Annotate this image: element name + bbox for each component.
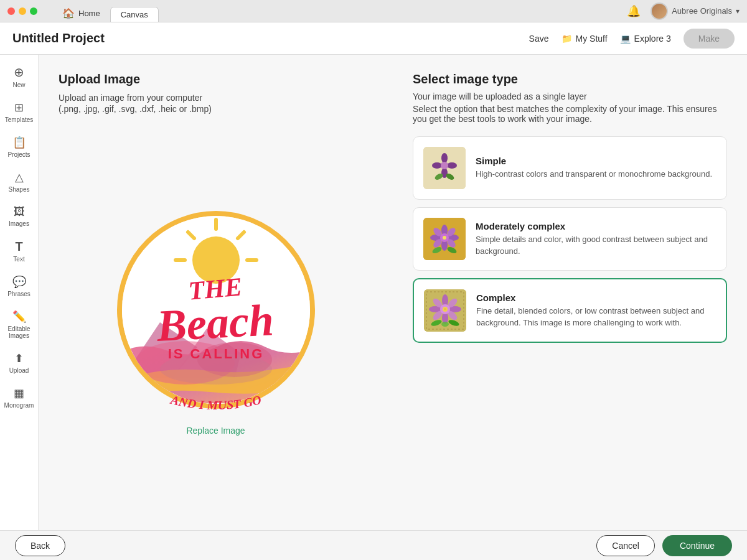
sidebar-item-new[interactable]: ⊕ New — [2, 60, 37, 93]
sidebar-item-text-label: Text — [13, 256, 24, 263]
tab-bar: 🏠 Home Canvas — [52, 0, 159, 22]
sidebar-item-shapes[interactable]: △ Shapes — [2, 166, 37, 198]
app-header: Untitled Project Save 📁 My Stuff 💻 Explo… — [0, 22, 747, 55]
make-button[interactable]: Make — [684, 29, 735, 49]
chevron-down-icon: ▾ — [736, 7, 740, 16]
home-icon: 🏠 — [62, 7, 75, 19]
app-body: ⊕ New ⊞ Templates 📋 Projects △ Shapes 🖼 … — [0, 55, 747, 530]
sidebar: ⊕ New ⊞ Templates 📋 Projects △ Shapes 🖼 … — [0, 55, 39, 530]
cancel-button[interactable]: Cancel — [596, 535, 655, 556]
my-stuff-button[interactable]: 📁 My Stuff — [561, 34, 608, 44]
select-title: Select image type — [413, 72, 727, 86]
upload-formats: (.png, .jpg, .gif, .svg, .dxf, .heic or … — [59, 104, 373, 114]
user-area[interactable]: Aubree Originals ▾ — [651, 2, 740, 20]
save-button[interactable]: Save — [529, 34, 549, 44]
svg-text:Beach: Beach — [154, 295, 275, 351]
nav-right: 🔔 Aubree Originals ▾ — [627, 2, 740, 20]
explore-button[interactable]: 💻 Explore 3 — [620, 34, 671, 44]
upload-title: Upload Image — [59, 72, 373, 86]
svg-text:IS CALLING: IS CALLING — [167, 346, 264, 362]
monogram-icon: ▦ — [14, 386, 24, 400]
maximize-button[interactable] — [30, 7, 37, 15]
upload-section: Upload Image Upload an image from your c… — [39, 55, 393, 530]
type-desc-simple: High-contrast colors and transparent or … — [476, 169, 716, 180]
replace-image-link[interactable]: Replace Image — [186, 426, 245, 436]
upload-subtitle: Upload an image from your computer — [59, 93, 373, 103]
sidebar-item-monogram-label: Monogram — [4, 402, 34, 409]
notification-icon[interactable]: 🔔 — [627, 4, 641, 18]
sidebar-item-new-label: New — [12, 82, 25, 88]
my-stuff-icon: 📁 — [561, 34, 572, 44]
type-desc-moderate: Simple details and color, with good cont… — [476, 234, 716, 256]
sidebar-item-images[interactable]: 🖼 Images — [2, 200, 37, 232]
beach-image: THE Beach IS CALLING AND I MUST GO — [110, 204, 322, 416]
sidebar-item-upload-label: Upload — [9, 367, 29, 374]
svg-point-21 — [447, 162, 457, 169]
sidebar-item-text[interactable]: T Text — [2, 235, 37, 268]
sidebar-item-images-label: Images — [9, 220, 29, 227]
user-name: Aubree Originals — [672, 6, 732, 16]
tab-home-label: Home — [78, 9, 100, 18]
sidebar-item-phrases[interactable]: 💬 Phrases — [2, 270, 37, 302]
type-info-complex: Complex Fine detail, blended colors, or … — [476, 292, 716, 328]
minimize-button[interactable] — [19, 7, 26, 15]
sidebar-item-shapes-label: Shapes — [9, 186, 30, 193]
svg-point-35 — [443, 236, 446, 240]
templates-icon: ⊞ — [14, 101, 24, 114]
svg-point-18 — [441, 153, 448, 163]
page-title: Untitled Project — [12, 31, 105, 45]
continue-button[interactable]: Continue — [662, 535, 732, 556]
header-right: Save 📁 My Stuff 💻 Explore 3 Make — [529, 29, 735, 49]
type-name-moderate: Moderately complex — [476, 221, 716, 231]
sidebar-item-templates-label: Templates — [5, 116, 34, 123]
select-subtitle: Your image will be uploaded as a single … — [413, 91, 727, 101]
tab-canvas-label: Canvas — [121, 10, 148, 19]
sidebar-item-upload[interactable]: ⬆ Upload — [2, 347, 37, 379]
shapes-icon: △ — [15, 170, 24, 184]
type-info-simple: Simple High-contrast colors and transpar… — [476, 156, 716, 180]
sidebar-item-projects[interactable]: 📋 Projects — [2, 131, 37, 163]
sidebar-item-editable-images[interactable]: ✏️ EditableImages — [2, 305, 37, 344]
phrases-icon: 💬 — [12, 275, 26, 289]
svg-point-50 — [444, 308, 446, 310]
title-bar: 🏠 Home Canvas 🔔 Aubree Originals ▾ — [0, 0, 747, 22]
avatar — [651, 2, 668, 20]
tab-home[interactable]: 🏠 Home — [52, 5, 110, 22]
type-thumb-complex — [424, 289, 466, 332]
type-thumb-moderate — [423, 218, 466, 260]
explore-icon: 💻 — [620, 34, 631, 44]
sidebar-item-phrases-label: Phrases — [7, 291, 31, 297]
select-description: Select the option that best matches the … — [413, 104, 727, 124]
type-thumb-simple — [423, 147, 466, 189]
type-card-complex[interactable]: Complex Fine detail, blended colors, or … — [413, 278, 727, 343]
text-icon: T — [15, 240, 22, 254]
tab-canvas[interactable]: Canvas — [110, 7, 159, 22]
svg-point-53 — [441, 322, 449, 327]
type-name-simple: Simple — [476, 156, 716, 166]
back-button[interactable]: Back — [15, 535, 65, 556]
type-card-moderately-complex[interactable]: Moderately complex Simple details and co… — [413, 207, 727, 271]
type-desc-complex: Fine detail, blended colors, or low cont… — [476, 306, 716, 328]
editable-images-icon: ✏️ — [12, 310, 26, 324]
select-section: Select image type Your image will be upl… — [393, 55, 747, 530]
sidebar-item-projects-label: Projects — [7, 151, 30, 158]
right-buttons: Cancel Continue — [596, 535, 732, 556]
projects-icon: 📋 — [12, 136, 26, 149]
type-name-complex: Complex — [476, 292, 716, 303]
type-info-moderate: Moderately complex Simple details and co… — [476, 221, 716, 256]
svg-point-22 — [441, 162, 448, 169]
bottom-bar: Back Cancel Continue — [0, 530, 747, 560]
svg-point-20 — [432, 162, 442, 169]
main-content: Upload Image Upload an image from your c… — [39, 55, 747, 530]
sidebar-item-monogram[interactable]: ▦ Monogram — [2, 381, 37, 414]
sidebar-item-editable-images-label: EditableImages — [7, 325, 30, 339]
close-button[interactable] — [7, 7, 15, 15]
upload-icon: ⬆ — [14, 352, 24, 365]
sidebar-item-templates[interactable]: ⊞ Templates — [2, 96, 37, 128]
new-icon: ⊕ — [14, 65, 24, 80]
traffic-lights — [7, 7, 37, 15]
images-icon: 🖼 — [14, 205, 25, 218]
type-card-simple[interactable]: Simple High-contrast colors and transpar… — [413, 136, 727, 200]
image-preview-area: THE Beach IS CALLING AND I MUST GO Repla… — [59, 126, 373, 513]
